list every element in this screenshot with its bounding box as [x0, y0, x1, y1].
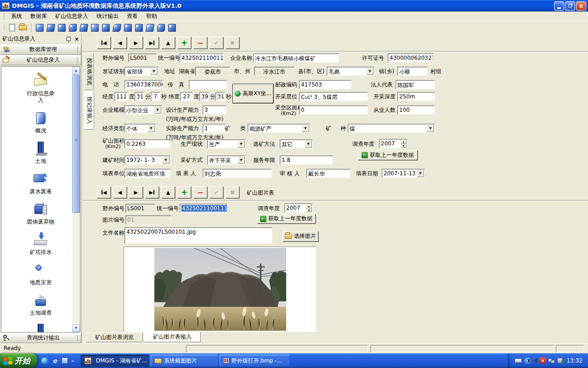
tool-stat2-icon[interactable]	[134, 23, 144, 33]
county-combo[interactable]: 毛易▼	[327, 67, 374, 76]
nav-add-button[interactable]: +	[177, 37, 191, 49]
nav-first-button[interactable]: ◀	[97, 37, 111, 49]
lat-min-input[interactable]: 39	[199, 92, 209, 101]
security-shield-icon[interactable]: x	[539, 357, 546, 364]
messenger-icon[interactable]	[41, 357, 48, 364]
field-no-input[interactable]: LS001	[128, 53, 157, 63]
tool-geohazard-icon[interactable]	[101, 23, 111, 33]
file-name-input[interactable]: 4325022007LS00101.jpg	[124, 227, 272, 244]
fill-unit-input[interactable]: 湖南省地质环境	[124, 169, 170, 178]
sidebar-item-wastewater[interactable]: 废水废液	[1, 171, 80, 195]
menu-help[interactable]: 帮助	[142, 12, 161, 21]
nav-delete-button[interactable]: −	[193, 37, 207, 49]
nav2-add-button[interactable]: +	[177, 186, 191, 198]
chevron-down-icon[interactable]: ▼	[366, 68, 373, 75]
fill-person-input[interactable]: 刘志尧	[203, 169, 271, 178]
sidebar-item-admin-entry[interactable]: 行政信息录入	[1, 73, 80, 104]
menu-system[interactable]: 系统	[7, 12, 26, 21]
mining-depth-input[interactable]: 250m	[397, 92, 435, 101]
nav2-prev-button[interactable]: ◀	[113, 186, 127, 198]
nav2-delete-button[interactable]: −	[193, 186, 207, 198]
tab-picture-browse[interactable]: 矿山图片表浏览	[86, 332, 143, 342]
sidebar-item-land[interactable]: 土地	[1, 141, 80, 165]
network-monitors-icon[interactable]	[548, 358, 555, 363]
chevron-icon[interactable]: »	[71, 358, 74, 364]
lon-deg-input[interactable]: 111	[114, 92, 128, 101]
taskbar-item-paint[interactable]: 野外版打开.bmp -...	[220, 355, 289, 367]
nav2-up-button[interactable]: ▲	[161, 186, 175, 198]
service-years-input[interactable]: 1.8	[280, 155, 333, 165]
volume-icon[interactable]	[533, 358, 537, 363]
chevron-down-icon[interactable]: ▼	[147, 125, 155, 132]
restore-button[interactable]	[565, 1, 575, 11]
desktop-icon[interactable]	[62, 357, 68, 364]
menu-stats-output[interactable]: 统计输出	[92, 12, 123, 21]
dressing-combo[interactable]: 其它▼	[280, 139, 313, 149]
nav-post-button[interactable]: ✔	[209, 37, 223, 49]
sidebar-scrollbar[interactable]: ▲ ▼	[72, 67, 80, 332]
postcode-input[interactable]: 417503	[299, 80, 351, 89]
mine-area-input[interactable]: 0.2263	[124, 139, 170, 149]
fax-input[interactable]	[189, 80, 227, 89]
chevron-down-icon[interactable]: ▼	[154, 106, 161, 114]
scroll-down-icon[interactable]: ▼	[72, 324, 80, 332]
cert-level-combo[interactable]: 省部级▼	[124, 67, 158, 76]
tool-overview-icon[interactable]	[45, 23, 56, 33]
tool-solid-waste-icon[interactable]	[79, 23, 89, 33]
menu-mine-entry[interactable]: 矿山信息录入	[51, 12, 92, 21]
ore-kind-combo[interactable]: 煤▼	[348, 124, 435, 133]
city-input[interactable]: 娄底市	[195, 67, 230, 76]
nav-cancel-button[interactable]: ✖	[226, 37, 239, 49]
fill-date-combo[interactable]: 2007-11-13▼	[382, 169, 425, 178]
menu-database[interactable]: 数据库	[26, 12, 51, 21]
scroll-up-icon[interactable]: ▲	[72, 67, 80, 75]
sidebar-item-overview[interactable]: 概况	[1, 110, 80, 134]
pin-icon[interactable]	[67, 37, 71, 41]
open-file-icon[interactable]	[18, 23, 28, 33]
choose-picture-button[interactable]: 选择图片	[283, 231, 318, 242]
tab-record-entry[interactable]: 按记录输入	[84, 91, 94, 130]
chevron-down-icon[interactable]: ▼	[237, 140, 245, 148]
nav-last-button[interactable]: ▶	[145, 37, 159, 49]
ore-class-combo[interactable]: 能源矿产▼	[248, 124, 310, 133]
pic-survey-year-spinner[interactable]: 2007 ▲▼	[284, 203, 313, 213]
chevron-down-icon[interactable]: ▼	[162, 156, 170, 164]
lat-deg-input[interactable]: 27	[180, 92, 193, 101]
sidebar-group-query-output[interactable]: 查询统计输出	[0, 333, 81, 343]
design-capacity-input[interactable]: 3	[203, 105, 226, 115]
status-combo[interactable]: 生产▼	[207, 139, 246, 149]
chevron-down-icon[interactable]: ▼	[427, 125, 434, 132]
chevron-down-icon[interactable]: ▼	[150, 68, 158, 75]
taskbar-item-dmgis[interactable]: DMGIS - 湖南省矿...	[81, 355, 149, 367]
mining-layer-input[interactable]: C₁c¹ 3、5煤层	[299, 92, 368, 101]
lon-sec-input[interactable]: 7	[151, 92, 160, 101]
city2-input[interactable]: 冷水江市	[254, 67, 294, 76]
tool-wastewater-icon[interactable]	[68, 23, 78, 33]
sidebar-item-geohazard[interactable]: 地质灾害	[1, 262, 80, 286]
pic-unified-no-input[interactable]: 43250211001113	[180, 204, 227, 213]
company-input[interactable]: 冷水江市毛易镇小横煤矿	[253, 53, 339, 63]
sidebar-item-partial[interactable]	[1, 323, 80, 333]
close-button[interactable]: ×	[576, 1, 586, 11]
build-time-combo[interactable]: 1972- 1- 3▼	[124, 155, 170, 165]
mining-method-combo[interactable]: 井下开采▼	[207, 155, 246, 165]
nav2-last-button[interactable]: ▶	[145, 186, 159, 198]
menu-view[interactable]: 查看	[123, 12, 142, 21]
auditor-input[interactable]: 戴长华	[306, 169, 351, 178]
tool-land-icon[interactable]	[57, 23, 67, 33]
goaf-area-input[interactable]: 0	[299, 105, 368, 115]
pic-fetch-previous-year-button[interactable]: ← 获取上一年度数据	[257, 214, 316, 224]
phone-input[interactable]: 13607387000	[124, 80, 163, 89]
spin-up-icon[interactable]: ▲	[306, 204, 312, 208]
sidebar-close-icon[interactable]: ×	[74, 37, 79, 41]
ie-icon[interactable]: e	[51, 357, 58, 364]
tool-stat3-icon[interactable]	[145, 23, 155, 33]
taskbar-item-folder[interactable]: 系统截图图片	[151, 355, 218, 367]
lat-sec-input[interactable]: 31	[215, 92, 225, 101]
sidebar-item-land-survey[interactable]: 土地调查	[1, 293, 80, 316]
scale-combo[interactable]: 小型企业▼	[124, 105, 162, 115]
toolbar-grip[interactable]	[3, 24, 4, 31]
actual-capacity-input[interactable]: 1	[203, 124, 226, 133]
spin-up-icon[interactable]: ▲	[401, 140, 407, 144]
nav2-first-button[interactable]: ◀	[97, 186, 111, 198]
